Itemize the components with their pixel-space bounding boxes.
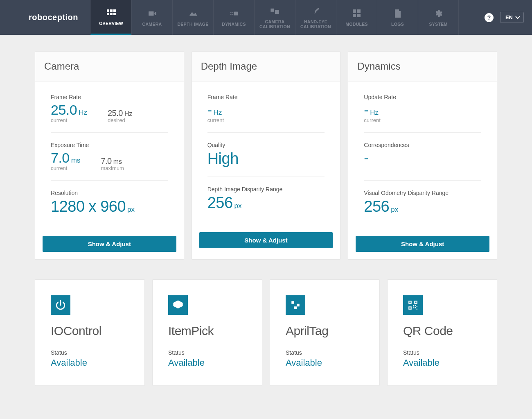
brand-text: roboception: [29, 13, 78, 22]
tab-logs[interactable]: LOGS: [377, 0, 418, 35]
svg-rect-13: [275, 10, 279, 14]
module-title: QR Code: [403, 324, 481, 338]
metric-value: 25.0: [108, 109, 123, 118]
metric-sublabel: maximum: [101, 165, 124, 171]
metric-unit: px: [234, 202, 242, 210]
metric-unit: px: [391, 206, 398, 214]
help-icon[interactable]: ?: [485, 13, 494, 22]
metric-sublabel: current: [207, 117, 325, 123]
metric-value: 256: [364, 198, 389, 215]
tab-dynamics[interactable]: DYNAMICS: [213, 0, 254, 35]
tab-camera-calibration[interactable]: CAMERA CALIBRATION: [254, 0, 295, 35]
metric-sublabel: [364, 165, 481, 171]
module-title: ItemPick: [168, 324, 246, 338]
metric-sublabel: desired: [108, 117, 133, 123]
svg-rect-28: [415, 305, 416, 306]
calibration-icon: [271, 6, 280, 16]
svg-rect-0: [107, 9, 109, 12]
power-icon: [51, 295, 70, 315]
svg-rect-16: [353, 14, 356, 17]
svg-rect-20: [294, 306, 297, 309]
svg-rect-4: [110, 13, 113, 15]
metric-value: 1280 x 960: [51, 198, 126, 215]
svg-rect-2: [113, 9, 116, 12]
svg-rect-7: [234, 11, 238, 15]
metric-update-rate: Update Rate - Hz current: [364, 85, 481, 133]
svg-rect-32: [417, 306, 417, 307]
metric-unit: Hz: [370, 109, 379, 117]
nav-tab-label: LOGS: [391, 22, 404, 27]
gear-icon: [434, 9, 442, 18]
card-header: Depth Image: [192, 52, 340, 82]
svg-rect-27: [413, 305, 414, 306]
tab-overview[interactable]: OVERVIEW: [90, 0, 131, 35]
metric-value: -: [364, 150, 368, 166]
mountain-icon: [189, 9, 198, 18]
metric-label: Frame Rate: [51, 94, 168, 100]
camera-card: Camera Frame Rate 25.0 Hz current: [35, 51, 184, 260]
module-itempick[interactable]: ItemPick Status Available: [152, 279, 262, 386]
svg-rect-22: [409, 301, 410, 303]
metric-unit: Hz: [79, 109, 87, 117]
tab-modules[interactable]: MODULES: [336, 0, 377, 35]
metric-sublabel: current: [364, 117, 481, 123]
logs-icon: [394, 9, 401, 18]
module-title: IOControl: [51, 324, 129, 338]
qrcode-icon: [403, 295, 423, 315]
apriltag-icon: [286, 295, 305, 315]
module-apriltag[interactable]: AprilTag Status Available: [270, 279, 380, 386]
module-cards-row: IOControl Status Available ItemPick Stat…: [35, 279, 497, 386]
metric-label: Update Rate: [364, 94, 481, 100]
show-adjust-button[interactable]: Show & Adjust: [356, 236, 489, 252]
card-header: Camera: [35, 52, 184, 82]
tab-camera[interactable]: CAMERA: [131, 0, 172, 35]
module-qrcode[interactable]: QR Code Status Available: [387, 279, 497, 386]
metric-sublabel: current: [51, 117, 87, 123]
nav-tab-label: HAND-EYE CALIBRATION: [297, 19, 334, 29]
nav-tab-label: DEPTH IMAGE: [177, 22, 208, 27]
nav-tab-label: CAMERA: [142, 22, 162, 27]
metric-frame-rate: Frame Rate 25.0 Hz current 25.0: [51, 85, 168, 133]
module-status-label: Status: [51, 349, 129, 356]
module-status-label: Status: [403, 349, 481, 356]
svg-rect-31: [417, 309, 417, 310]
nav-actions: ? EN: [485, 0, 524, 35]
svg-rect-26: [409, 307, 410, 308]
main-container: Camera Frame Rate 25.0 Hz current: [0, 35, 532, 410]
svg-rect-1: [110, 9, 113, 12]
metric-correspondences: Correspondences -: [364, 133, 481, 181]
metric-value: 25.0: [51, 102, 77, 118]
metric-resolution: Resolution 1280 x 960 px: [51, 181, 168, 224]
show-adjust-button[interactable]: Show & Adjust: [43, 236, 176, 252]
metric-value: 256: [207, 194, 233, 212]
card-footer: Show & Adjust: [35, 232, 184, 259]
metric-label: Quality: [207, 142, 325, 148]
metric-value: 7.0: [101, 156, 111, 166]
module-iocontrol[interactable]: IOControl Status Available: [35, 279, 145, 386]
svg-rect-12: [271, 8, 274, 11]
camera-icon: [148, 9, 157, 18]
overview-cards-row: Camera Frame Rate 25.0 Hz current: [35, 51, 497, 260]
card-body: Frame Rate - Hz current Quality High Dep…: [192, 82, 340, 228]
nav-tab-label: SYSTEM: [429, 22, 448, 27]
svg-rect-14: [353, 9, 356, 13]
metric-unit: Hz: [124, 110, 133, 118]
metric-unit: px: [127, 206, 135, 214]
metric-value: 7.0: [51, 150, 70, 166]
show-adjust-button[interactable]: Show & Adjust: [199, 232, 333, 248]
tab-depth-image[interactable]: DEPTH IMAGE: [172, 0, 213, 35]
card-title: Dynamics: [357, 61, 488, 72]
chevron-down-icon: [515, 16, 520, 19]
nav-tab-label: MODULES: [345, 22, 368, 27]
svg-rect-11: [230, 14, 231, 14]
svg-rect-9: [232, 14, 233, 14]
tab-hand-eye-calibration[interactable]: HAND-EYE CALIBRATION: [295, 0, 336, 35]
svg-rect-17: [357, 14, 361, 17]
brand-logo: roboception: [29, 0, 90, 35]
card-header: Dynamics: [348, 52, 497, 82]
svg-rect-3: [107, 13, 109, 15]
tab-system[interactable]: SYSTEM: [418, 0, 459, 35]
metric-label: Frame Rate: [207, 94, 325, 100]
svg-rect-8: [232, 12, 233, 13]
language-select[interactable]: EN: [500, 12, 524, 23]
